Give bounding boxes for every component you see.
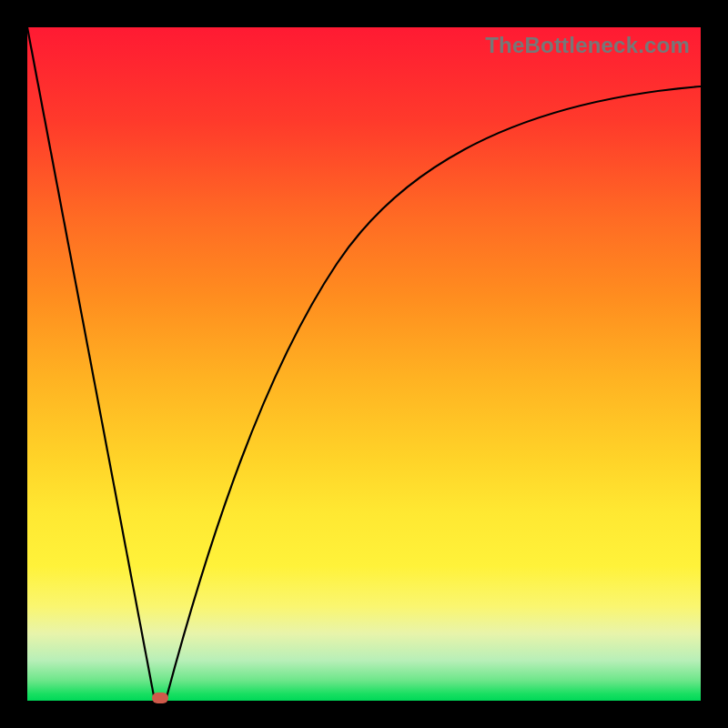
chart-frame: TheBottleneck.com [0, 0, 728, 728]
bottleneck-marker [152, 693, 168, 703]
curve-left [27, 27, 155, 701]
curve-right [166, 86, 701, 701]
curve-svg [27, 27, 701, 701]
plot-area: TheBottleneck.com [27, 27, 701, 701]
